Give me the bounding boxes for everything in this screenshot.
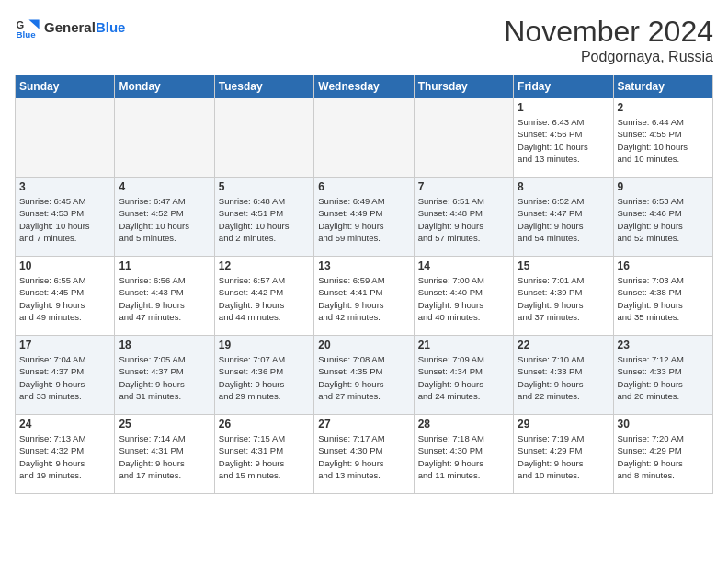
calendar-cell: 15Sunrise: 7:01 AM Sunset: 4:39 PM Dayli… (514, 257, 613, 336)
weekday-header-friday: Friday (514, 75, 613, 98)
day-number: 20 (318, 339, 409, 351)
day-info: Sunrise: 7:07 AM Sunset: 4:36 PM Dayligh… (219, 353, 310, 402)
calendar-cell: 6Sunrise: 6:49 AM Sunset: 4:49 PM Daylig… (314, 178, 414, 257)
calendar-cell: 24Sunrise: 7:13 AM Sunset: 4:32 PM Dayli… (16, 415, 115, 494)
day-number: 3 (19, 180, 110, 193)
week-row-2: 3Sunrise: 6:45 AM Sunset: 4:53 PM Daylig… (16, 178, 713, 257)
week-row-3: 10Sunrise: 6:55 AM Sunset: 4:45 PM Dayli… (16, 257, 713, 336)
day-info: Sunrise: 7:08 AM Sunset: 4:35 PM Dayligh… (318, 353, 409, 402)
calendar-cell: 18Sunrise: 7:05 AM Sunset: 4:37 PM Dayli… (115, 336, 214, 415)
calendar-cell: 13Sunrise: 6:59 AM Sunset: 4:41 PM Dayli… (314, 257, 414, 336)
calendar-cell: 9Sunrise: 6:53 AM Sunset: 4:46 PM Daylig… (613, 178, 712, 257)
weekday-header-sunday: Sunday (16, 75, 115, 98)
day-number: 24 (19, 418, 110, 431)
calendar-cell: 2Sunrise: 6:44 AM Sunset: 4:55 PM Daylig… (613, 98, 712, 178)
calendar-cell: 3Sunrise: 6:45 AM Sunset: 4:53 PM Daylig… (16, 178, 115, 257)
day-info: Sunrise: 7:04 AM Sunset: 4:37 PM Dayligh… (19, 353, 110, 402)
calendar-cell: 8Sunrise: 6:52 AM Sunset: 4:47 PM Daylig… (514, 178, 613, 257)
day-info: Sunrise: 7:17 AM Sunset: 4:30 PM Dayligh… (318, 432, 409, 481)
logo-general: General (44, 19, 96, 35)
day-number: 16 (618, 259, 709, 272)
calendar-cell: 20Sunrise: 7:08 AM Sunset: 4:35 PM Dayli… (314, 336, 414, 415)
logo-blue: Blue (96, 19, 126, 35)
day-number: 15 (518, 259, 609, 272)
svg-marker-1 (28, 20, 39, 29)
week-row-4: 17Sunrise: 7:04 AM Sunset: 4:37 PM Dayli… (16, 336, 713, 415)
day-number: 6 (318, 180, 409, 193)
main-title: November 2024 (504, 15, 713, 49)
day-number: 21 (418, 339, 509, 351)
calendar-cell: 10Sunrise: 6:55 AM Sunset: 4:45 PM Dayli… (16, 257, 115, 336)
calendar-body: 1Sunrise: 6:43 AM Sunset: 4:56 PM Daylig… (16, 98, 713, 494)
day-number: 9 (618, 180, 709, 193)
day-number: 13 (318, 259, 409, 272)
header-area: G Blue GeneralBlue November 2024 Podgorn… (15, 15, 713, 65)
calendar-cell: 14Sunrise: 7:00 AM Sunset: 4:40 PM Dayli… (414, 257, 513, 336)
day-number: 29 (518, 418, 609, 431)
day-number: 25 (119, 418, 210, 431)
calendar-cell: 5Sunrise: 6:48 AM Sunset: 4:51 PM Daylig… (214, 178, 313, 257)
day-info: Sunrise: 6:56 AM Sunset: 4:43 PM Dayligh… (119, 274, 210, 323)
day-info: Sunrise: 7:00 AM Sunset: 4:40 PM Dayligh… (418, 274, 509, 323)
day-info: Sunrise: 7:12 AM Sunset: 4:33 PM Dayligh… (618, 353, 709, 402)
day-info: Sunrise: 6:57 AM Sunset: 4:42 PM Dayligh… (219, 274, 310, 323)
weekday-header-tuesday: Tuesday (214, 75, 313, 98)
title-area: November 2024 Podgornaya, Russia (504, 15, 713, 65)
calendar-cell: 29Sunrise: 7:19 AM Sunset: 4:29 PM Dayli… (514, 415, 613, 494)
calendar-cell: 17Sunrise: 7:04 AM Sunset: 4:37 PM Dayli… (16, 336, 115, 415)
calendar-cell: 30Sunrise: 7:20 AM Sunset: 4:29 PM Dayli… (613, 415, 712, 494)
calendar-cell: 1Sunrise: 6:43 AM Sunset: 4:56 PM Daylig… (514, 98, 613, 178)
calendar-cell (115, 98, 214, 178)
weekday-header-thursday: Thursday (414, 75, 513, 98)
page: G Blue GeneralBlue November 2024 Podgorn… (0, 0, 728, 503)
day-number: 11 (119, 259, 210, 272)
day-info: Sunrise: 7:10 AM Sunset: 4:33 PM Dayligh… (518, 353, 609, 402)
day-info: Sunrise: 7:01 AM Sunset: 4:39 PM Dayligh… (518, 274, 609, 323)
day-info: Sunrise: 6:45 AM Sunset: 4:53 PM Dayligh… (19, 195, 110, 244)
day-number: 2 (618, 101, 709, 114)
day-info: Sunrise: 6:51 AM Sunset: 4:48 PM Dayligh… (418, 195, 509, 244)
day-info: Sunrise: 7:03 AM Sunset: 4:38 PM Dayligh… (618, 274, 709, 323)
day-number: 14 (418, 259, 509, 272)
calendar-cell: 16Sunrise: 7:03 AM Sunset: 4:38 PM Dayli… (613, 257, 712, 336)
calendar-cell: 28Sunrise: 7:18 AM Sunset: 4:30 PM Dayli… (414, 415, 513, 494)
day-info: Sunrise: 7:19 AM Sunset: 4:29 PM Dayligh… (518, 432, 609, 481)
day-info: Sunrise: 6:49 AM Sunset: 4:49 PM Dayligh… (318, 195, 409, 244)
logo: G Blue GeneralBlue (15, 15, 125, 40)
calendar-cell: 21Sunrise: 7:09 AM Sunset: 4:34 PM Dayli… (414, 336, 513, 415)
calendar-cell: 11Sunrise: 6:56 AM Sunset: 4:43 PM Dayli… (115, 257, 214, 336)
day-info: Sunrise: 7:18 AM Sunset: 4:30 PM Dayligh… (418, 432, 509, 481)
calendar-cell: 4Sunrise: 6:47 AM Sunset: 4:52 PM Daylig… (115, 178, 214, 257)
day-info: Sunrise: 6:47 AM Sunset: 4:52 PM Dayligh… (119, 195, 210, 244)
calendar-cell: 23Sunrise: 7:12 AM Sunset: 4:33 PM Dayli… (613, 336, 712, 415)
day-number: 5 (219, 180, 310, 193)
day-info: Sunrise: 7:15 AM Sunset: 4:31 PM Dayligh… (219, 432, 310, 481)
day-info: Sunrise: 7:09 AM Sunset: 4:34 PM Dayligh… (418, 353, 509, 402)
calendar-cell: 12Sunrise: 6:57 AM Sunset: 4:42 PM Dayli… (214, 257, 313, 336)
day-number: 27 (318, 418, 409, 431)
calendar-cell: 25Sunrise: 7:14 AM Sunset: 4:31 PM Dayli… (115, 415, 214, 494)
weekday-header-saturday: Saturday (613, 75, 712, 98)
logo-icon: G Blue (15, 15, 40, 40)
day-info: Sunrise: 6:48 AM Sunset: 4:51 PM Dayligh… (219, 195, 310, 244)
day-info: Sunrise: 7:05 AM Sunset: 4:37 PM Dayligh… (119, 353, 210, 402)
calendar-cell: 26Sunrise: 7:15 AM Sunset: 4:31 PM Dayli… (214, 415, 313, 494)
calendar-cell: 27Sunrise: 7:17 AM Sunset: 4:30 PM Dayli… (314, 415, 414, 494)
day-info: Sunrise: 6:59 AM Sunset: 4:41 PM Dayligh… (318, 274, 409, 323)
calendar-cell: 19Sunrise: 7:07 AM Sunset: 4:36 PM Dayli… (214, 336, 313, 415)
day-number: 7 (418, 180, 509, 193)
weekday-header-row: SundayMondayTuesdayWednesdayThursdayFrid… (16, 75, 713, 98)
day-number: 4 (119, 180, 210, 193)
calendar-cell (314, 98, 414, 178)
day-info: Sunrise: 7:20 AM Sunset: 4:29 PM Dayligh… (618, 432, 709, 481)
day-info: Sunrise: 6:44 AM Sunset: 4:55 PM Dayligh… (618, 116, 709, 165)
day-info: Sunrise: 6:53 AM Sunset: 4:46 PM Dayligh… (618, 195, 709, 244)
day-number: 30 (618, 418, 709, 431)
calendar: SundayMondayTuesdayWednesdayThursdayFrid… (15, 75, 713, 494)
logo-text: GeneralBlue (44, 19, 125, 36)
day-number: 1 (518, 101, 609, 114)
subtitle: Podgornaya, Russia (504, 49, 713, 65)
calendar-cell (16, 98, 115, 178)
svg-text:Blue: Blue (16, 29, 36, 40)
day-number: 22 (518, 339, 609, 351)
